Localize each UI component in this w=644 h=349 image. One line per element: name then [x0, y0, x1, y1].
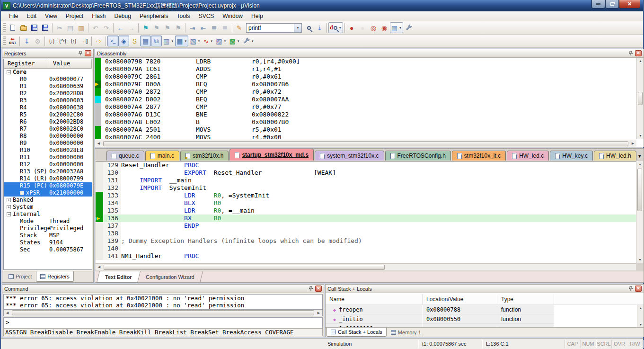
menu-item-svcs[interactable]: SVCS [194, 12, 219, 20]
register-row-sec[interactable]: Sec0.00075867 [4, 246, 92, 253]
open-file-button[interactable] [18, 22, 29, 33]
code-line-141[interactable]: 141NMI_Handler PROC [96, 252, 636, 260]
restore-button[interactable] [605, 0, 619, 9]
disassembly-row[interactable]: 0x080007A2 D002BEQ0x080007AA [95, 96, 636, 103]
editor-vscrollbar[interactable]: ▲ ▼ [636, 161, 643, 263]
tab-memory-1[interactable]: Memory 1 [387, 328, 425, 337]
new-file-button[interactable] [7, 22, 18, 33]
register-row-system[interactable]: +System [4, 204, 92, 211]
watch-window-button[interactable]: ▥▼ [162, 36, 175, 46]
redo-button[interactable]: ↷ [101, 22, 112, 33]
code-line-137[interactable]: 137 ENDP [96, 222, 636, 230]
tab-registers[interactable]: Registers [36, 271, 73, 282]
command-close-icon[interactable]: ✕ [315, 286, 322, 292]
incremental-find-button[interactable]: ⇣ [314, 22, 325, 33]
scroll-down-icon[interactable]: ▼ [637, 133, 644, 139]
enable-disable-breakpoint-button[interactable]: ● [357, 22, 368, 33]
callstack-row[interactable]: ◆freopen0x08000788function [326, 305, 637, 314]
register-row-r14-lr-[interactable]: R14 (LR)0x08000799 [4, 175, 92, 182]
file-tab-queue-c[interactable]: queue.c [106, 151, 144, 161]
copy-button[interactable]: ▤ [65, 22, 76, 33]
step-out-button[interactable]: {↑} [68, 36, 79, 46]
disassembly-row[interactable]: 0x080007A4 2877CMPr0,#0x77 [95, 103, 636, 111]
file-tab-main-c[interactable]: main.c [145, 151, 179, 161]
register-row-privilege[interactable]: PrivilegePrivileged [4, 225, 92, 232]
register-row-r4[interactable]: R40x08000638 [4, 104, 92, 111]
disassembly-listing[interactable]: 0x08000798 7820LDRBr0,[r4,#0x00]0x080007… [95, 58, 636, 139]
insert-breakpoint-button[interactable]: ● [346, 22, 357, 33]
menu-item-tools[interactable]: Tools [173, 12, 194, 20]
search-value[interactable]: printf [247, 25, 294, 31]
tab-callstack-locals[interactable]: Call Stack + Locals [326, 328, 387, 337]
prev-bookmark-button[interactable]: ⚑ [151, 22, 162, 33]
disassembly-row[interactable]: 0x080007A6 D13CBNE0x08000822 [95, 111, 636, 118]
register-row-r10[interactable]: R100x080028E8 [4, 147, 92, 154]
paste-button[interactable]: ▥ [76, 22, 87, 33]
trace-window-button[interactable]: ▨▼ [214, 36, 228, 46]
menu-item-flash[interactable]: Flash [88, 12, 110, 20]
register-row-internal[interactable]: −Internal [4, 211, 92, 218]
callstack-row[interactable]: ◆_initio0x08000550function [326, 314, 637, 324]
register-row-mode[interactable]: ModeThread [4, 218, 92, 225]
command-output[interactable]: *** error 65: access violation at 0x4002… [3, 294, 323, 309]
register-row-states[interactable]: States9104 [4, 239, 92, 246]
edit-document-button[interactable]: ✎ [234, 22, 245, 33]
menu-item-help[interactable]: Help [247, 12, 267, 20]
dropdown-arrow-icon[interactable]: ▼ [210, 40, 213, 43]
minimize-button[interactable] [591, 0, 605, 9]
run-to-line-button[interactable]: →{} [79, 36, 90, 46]
register-row-r5[interactable]: R50x20002C80 [4, 111, 92, 118]
file-tab-stm32f10x-it-c[interactable]: stm32f10x_it.c [452, 151, 506, 161]
code-line-139[interactable]: 139; Dummy Exception Handlers (infinite … [96, 237, 636, 245]
callstack-vscrollbar[interactable]: ▲ ▼ [637, 305, 644, 328]
breakpoint-margin[interactable] [96, 177, 103, 184]
breakpoint-margin[interactable] [96, 199, 103, 207]
expand-icon[interactable]: + [20, 191, 24, 195]
disassembly-close-icon[interactable]: ✕ [635, 50, 642, 56]
register-row-r3[interactable]: R30x00000003 [4, 97, 92, 104]
disassembly-row[interactable]: 0x0800079C 2861CMPr0,#0x61 [95, 73, 636, 81]
code-view[interactable]: 129Reset_Handler PROC130 EXPORT Reset_Ha… [96, 161, 636, 263]
undo-button[interactable]: ↶ [90, 22, 101, 33]
code-line-130[interactable]: 130 EXPORT Reset_Handler [WEAK] [96, 169, 636, 177]
dropdown-arrow-icon[interactable]: ▼ [184, 40, 187, 43]
breakpoint-margin[interactable] [96, 252, 103, 260]
uncomment-button[interactable]: ≣ [220, 22, 230, 33]
dropdown-arrow-icon[interactable]: ▼ [399, 27, 402, 29]
menu-item-file[interactable]: File [5, 12, 22, 20]
editor-hscrollbar[interactable]: ◀ [96, 263, 636, 270]
search-combobox[interactable]: printf▼ [246, 23, 302, 33]
menu-item-debug[interactable]: Debug [110, 12, 135, 20]
analysis-window-button[interactable]: ∿▼ [202, 36, 215, 46]
tab-list-button[interactable]: ▼ [637, 153, 642, 159]
scroll-left-icon[interactable]: ◀ [4, 310, 11, 316]
comment-button[interactable]: ≣ [209, 22, 220, 33]
file-tab-hw-key-c[interactable]: HW_key.c [550, 151, 593, 161]
pin-icon[interactable] [628, 286, 633, 291]
registers-close-icon[interactable]: ✕ [85, 50, 91, 56]
scroll-right-icon[interactable]: ▶ [629, 140, 636, 147]
dropdown-arrow-icon[interactable]: ▼ [223, 40, 226, 43]
scroll-left-icon[interactable]: ◀ [96, 264, 103, 270]
disable-all-breakpoints-button[interactable]: ◎ [368, 22, 379, 33]
cut-button[interactable]: ✂ [54, 22, 65, 33]
code-line-140[interactable]: 140 [96, 245, 636, 252]
close-button[interactable]: ✕ [619, 0, 640, 9]
register-row-r8[interactable]: R80x00000000 [4, 133, 92, 140]
step-button[interactable]: {↓} [46, 36, 57, 46]
scroll-up-icon[interactable]: ▲ [637, 305, 644, 312]
register-row-r2[interactable]: R20x20002BD8 [4, 90, 92, 97]
register-row-r9[interactable]: R90x00000000 [4, 140, 92, 147]
register-row-xpsr[interactable]: +xPSR0x21000000 [4, 189, 92, 197]
start-stop-debug-button[interactable]: d▼ [328, 22, 343, 33]
serial-window-button[interactable]: ▧▼ [188, 36, 202, 46]
register-row-r15-pc-[interactable]: R15 (PC)0x0800079E [4, 182, 92, 189]
file-tab-hw-led-c[interactable]: HW_led.c [507, 151, 549, 161]
step-over-button[interactable]: {↷} [57, 36, 68, 46]
file-tab-startup-stm32f10x-md-s[interactable]: startup_stm32f10x_md.s [229, 149, 314, 161]
pin-icon[interactable] [309, 286, 313, 291]
callstack-window-button[interactable]: ⧉ [151, 36, 162, 46]
register-row-r1[interactable]: R10x08000639 [4, 83, 92, 90]
code-line-129[interactable]: 129Reset_Handler PROC [96, 161, 636, 169]
kill-all-breakpoints-button[interactable]: ◉ [379, 22, 390, 33]
